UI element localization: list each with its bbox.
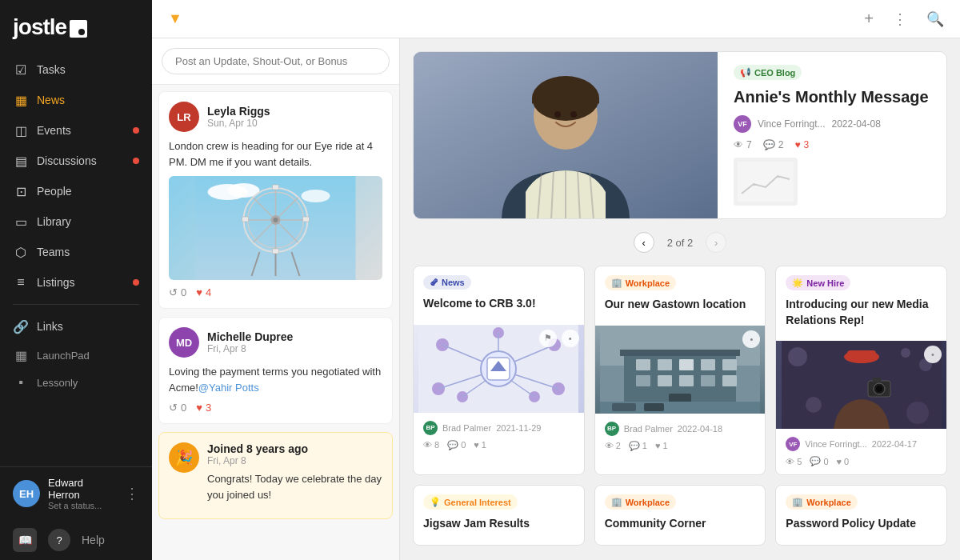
- news-card-gastown-avatar: BP: [605, 422, 619, 436]
- prev-page-button[interactable]: ‹: [634, 232, 654, 253]
- sidebar-item-links[interactable]: 🔗 Links: [0, 311, 152, 342]
- featured-tag: 📢 CEO Blog: [734, 65, 802, 80]
- news-card-community-tag: 🏢 Workplace: [605, 494, 676, 510]
- bookmark-icon[interactable]: ⚑: [539, 330, 557, 347]
- anniversary-content: Joined 8 years ago Fri, Apr 8 Congrats! …: [207, 442, 382, 509]
- user-more-button[interactable]: ⋮: [125, 485, 139, 502]
- logo-area: jostle: [0, 0, 152, 51]
- featured-author: Vince Forringt...: [758, 118, 825, 130]
- svg-point-72: [876, 386, 882, 392]
- news-card-media[interactable]: 🌟 New Hire Introducing our new Media Rel…: [775, 266, 947, 475]
- post-header-michelle: MD Michelle Dupree Fri, Apr 8: [169, 327, 382, 358]
- sidebar-item-events-label: Events: [37, 124, 71, 137]
- svg-rect-56: [636, 375, 650, 386]
- featured-author-avatar: VF: [734, 115, 751, 133]
- post-author-info: Leyla Riggs Sun, Apr 10: [207, 105, 270, 129]
- anniversary-title: Joined 8 years ago: [207, 442, 382, 455]
- news-card-community-title: Community Corner: [605, 516, 756, 532]
- sidebar: jostle ☑ Tasks ▦ News ◫ Events ▤ Discuss…: [0, 0, 152, 560]
- news-card-crb[interactable]: 🗞 News Welcome to CRB 3.0!: [413, 266, 585, 475]
- svg-rect-15: [273, 185, 279, 190]
- sidebar-item-lessonly[interactable]: ▪ Lessonly: [0, 369, 152, 396]
- news-card-media-tag: 🌟 New Hire: [786, 275, 850, 290]
- more-icon[interactable]: •: [562, 330, 579, 347]
- sidebar-item-tasks[interactable]: ☑ Tasks: [0, 54, 152, 85]
- svg-point-23: [570, 111, 577, 118]
- svg-rect-73: [873, 378, 881, 382]
- sidebar-item-links-label: Links: [37, 320, 63, 333]
- like-action-michelle[interactable]: ♥ 3: [196, 402, 211, 414]
- svg-rect-57: [658, 375, 672, 386]
- news-card-crb-title: Welcome to CRB 3.0!: [423, 296, 574, 312]
- news-card-gastown-body: 🏢 Workplace Our new Gastown location: [595, 266, 766, 326]
- post-avatar-leyla: LR: [169, 102, 199, 132]
- anniversary-card: 🎉 Joined 8 years ago Fri, Apr 8 Congrats…: [158, 432, 393, 519]
- sidebar-item-people[interactable]: ⊡ People: [0, 176, 152, 206]
- gastown-comments: 💬 1: [629, 441, 647, 451]
- news-grid-row2: 💡 General Interest Jigsaw Jam Results 🏢 …: [413, 485, 947, 546]
- news-card-gastown-image: •: [595, 326, 766, 414]
- media-more-icon[interactable]: •: [924, 346, 942, 363]
- news-card-gastown-author: Brad Palmer: [624, 424, 673, 434]
- gastown-views: 👁 2: [605, 441, 621, 450]
- sidebar-item-listings[interactable]: ≡ Listings: [0, 267, 152, 298]
- svg-point-11: [274, 218, 278, 222]
- user-area: EH Edward Herron Set a status... ⋮: [0, 466, 152, 520]
- svg-rect-69: [847, 350, 876, 360]
- top-bar-left: ▼: [162, 7, 851, 30]
- svg-rect-16: [303, 217, 310, 222]
- top-bar: ▼ + ⋮ 🔍: [152, 0, 960, 38]
- anniversary-icon: 🎉: [169, 442, 199, 473]
- crb-views: 👁 8: [423, 440, 439, 450]
- sidebar-item-events[interactable]: ◫ Events: [0, 115, 152, 146]
- next-page-button[interactable]: ›: [706, 232, 726, 253]
- thumbnail-chart: [738, 162, 794, 202]
- like-action-leyla[interactable]: ♥ 4: [196, 286, 211, 298]
- user-name: Edward Herron: [48, 477, 117, 501]
- help-icon[interactable]: ?: [48, 529, 70, 551]
- news-card-password[interactable]: 🏢 Workplace Password Policy Update: [775, 485, 947, 546]
- post-input[interactable]: [162, 48, 390, 74]
- post-author-michelle: Michelle Dupree: [207, 330, 293, 343]
- sidebar-item-news[interactable]: ▦ News: [0, 85, 152, 115]
- news-card-crb-date: 2021-11-29: [496, 423, 541, 433]
- gastown-more-icon[interactable]: •: [742, 330, 760, 348]
- feed-input-area: [152, 38, 399, 85]
- post-image-leyla: [169, 176, 382, 280]
- news-card-gastown[interactable]: 🏢 Workplace Our new Gastown location: [594, 266, 766, 475]
- anniversary-text: Congrats! Today we celebrate the day you…: [207, 471, 382, 502]
- add-button[interactable]: +: [858, 6, 880, 31]
- sidebar-item-teams[interactable]: ⬡ Teams: [0, 237, 152, 267]
- news-card-media-author: Vince Forringt...: [805, 439, 866, 449]
- svg-point-77: [906, 402, 929, 424]
- reply-action-leyla[interactable]: ↺ 0: [169, 286, 186, 298]
- news-card-jigsaw[interactable]: 💡 General Interest Jigsaw Jam Results: [413, 485, 585, 546]
- sidebar-item-discussions[interactable]: ▤ Discussions: [0, 146, 152, 176]
- nav-divider: [13, 304, 139, 305]
- reply-action-michelle[interactable]: ↺ 0: [169, 402, 186, 414]
- user-status[interactable]: Set a status...: [48, 501, 117, 510]
- filter-button[interactable]: ▼: [162, 7, 189, 30]
- news-card-jigsaw-title: Jigsaw Jam Results: [423, 516, 574, 532]
- help-label[interactable]: Help: [82, 534, 105, 546]
- post-actions-leyla: ↺ 0 ♥ 4: [169, 286, 382, 298]
- news-card-media-meta: VF Vince Forringt... 2022-04-17: [786, 437, 937, 451]
- news-card-community[interactable]: 🏢 Workplace Community Corner: [594, 485, 766, 546]
- sidebar-item-tasks-label: Tasks: [37, 63, 66, 76]
- sidebar-item-library[interactable]: ▭ Library: [0, 206, 152, 237]
- search-button[interactable]: 🔍: [920, 7, 950, 31]
- news-card-media-body: 🌟 New Hire Introducing our new Media Rel…: [776, 266, 946, 341]
- news-card-gastown-stats: 👁 2 💬 1 ♥ 1: [605, 441, 756, 451]
- news-card-media-title: Introducing our new Media Relations Rep!: [786, 297, 937, 328]
- sidebar-item-launchpad[interactable]: ▦ LaunchPad: [0, 342, 152, 369]
- community-icon[interactable]: 📖: [13, 528, 37, 552]
- news-icon: ▦: [13, 92, 29, 108]
- svg-rect-29: [738, 162, 794, 202]
- post-avatar-michelle: MD: [169, 327, 199, 358]
- svg-point-78: [901, 348, 910, 358]
- discussions-icon: ▤: [13, 153, 29, 169]
- more-button[interactable]: ⋮: [886, 7, 914, 31]
- logo-icon: [70, 20, 87, 38]
- mention-link[interactable]: @Yahir Potts: [198, 382, 259, 394]
- featured-article[interactable]: 📢 CEO Blog Annie's Monthly Message VF Vi…: [413, 51, 947, 219]
